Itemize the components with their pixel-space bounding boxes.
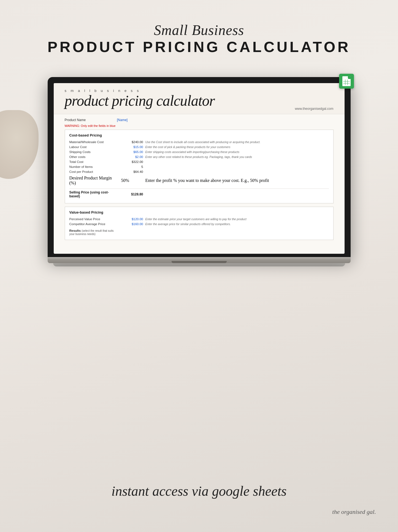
google-sheets-icon: [339, 74, 354, 89]
warning-text: WARNING: Only edit the fields in blue: [65, 124, 334, 127]
row-label: Number of Items: [69, 165, 119, 168]
sheets-icon-inner: [342, 76, 351, 86]
product-name-label: Product Name: [65, 118, 109, 122]
grid-cell: [348, 81, 350, 83]
laptop-bottom-bar: [53, 263, 345, 266]
row-hint: Enter the cost of pick & packing these p…: [145, 145, 329, 149]
row-value: $64.40: [121, 170, 143, 173]
selling-price-row: Selling Price (using cost-based) $128.80: [69, 189, 329, 200]
cost-section-title: Cost-based Pricing: [69, 133, 329, 137]
row-label: Material/Wholesale Cost: [69, 140, 119, 144]
product-name-row: Product Name [Name]: [65, 117, 334, 123]
sheets-grid: [343, 80, 350, 85]
value-section-title: Value-based Pricing: [69, 210, 329, 214]
grid-cell: [343, 83, 345, 85]
brand-watermark: the organised gal.: [332, 508, 376, 515]
row-value: $240.00: [121, 140, 143, 144]
desired-margin-label: Desired Product Margin (%): [69, 176, 119, 185]
grid-cell: [345, 80, 347, 81]
row-value: 5: [121, 165, 143, 168]
cost-section: Cost-based Pricing Material/Wholesale Co…: [65, 130, 334, 203]
grid-cell: [345, 83, 347, 85]
grid-cell: [345, 81, 347, 83]
grid-cell: [348, 83, 350, 85]
row-hint: Enter the estimate price your target cus…: [145, 217, 329, 221]
desired-margin-value[interactable]: 50%: [121, 178, 143, 183]
grid-cell: [343, 81, 345, 83]
row-hint: Enter the average price for similar prod…: [145, 222, 329, 226]
value-section: Value-based Pricing Perceived Value Pric…: [65, 207, 334, 240]
row-value[interactable]: $120.00: [121, 217, 143, 221]
product-name-value[interactable]: [Name]: [117, 118, 128, 122]
row-label: Total Cost: [69, 160, 119, 163]
screen-content: s m a l l b u s i n e s s product pricin…: [54, 83, 345, 254]
table-row: Number of Items 5: [69, 164, 329, 169]
grid-cell: [343, 80, 345, 81]
screen-bezel: s m a l l b u s i n e s s product pricin…: [48, 77, 351, 258]
page-header: Small Business PRODUCT PRICING CALCULATO…: [0, 22, 398, 55]
spreadsheet-header: s m a l l b u s i n e s s product pricin…: [54, 83, 345, 114]
small-biz-label: s m a l l b u s i n e s s: [65, 89, 334, 93]
row-label: Other costs: [69, 155, 119, 159]
row-label: Perceived Value Price: [69, 217, 119, 221]
row-value[interactable]: $2.00: [121, 155, 143, 159]
row-label: Cost per Product: [69, 170, 119, 173]
table-row: Shipping Costs $65.00 Enter shipping cos…: [69, 149, 329, 154]
tagline-text: instant access via google sheets: [0, 483, 398, 499]
table-row: Other costs $2.00 Enter any other cost r…: [69, 154, 329, 159]
row-value[interactable]: $160.00: [121, 222, 143, 226]
row-hint: Enter any other cost related to these pr…: [145, 155, 329, 159]
row-value[interactable]: $15.00: [121, 145, 143, 149]
table-row: Cost per Product $64.40: [69, 169, 329, 174]
row-hint: Use the Cost sheet to include all costs …: [145, 140, 329, 144]
table-row: Total Cost $322.00: [69, 159, 329, 164]
table-row: Material/Wholesale Cost $240.00 Use the …: [69, 140, 329, 144]
laptop-mockup: s m a l l b u s i n e s s product pricin…: [48, 77, 351, 266]
header-italic: Small Business: [0, 22, 398, 38]
desired-margin-hint: Enter the profit % you want to make abov…: [145, 178, 329, 183]
desired-margin-row: Desired Product Margin (%) 50% Enter the…: [69, 174, 329, 187]
row-value[interactable]: $65.00: [121, 150, 143, 154]
header-caps: PRODUCT PRICING CALCULATOR: [0, 38, 398, 55]
bottom-tagline: instant access via google sheets: [0, 483, 398, 499]
table-row: Labour Cost $15.00 Enter the cost of pic…: [69, 144, 329, 149]
row-hint: Enter shipping costs associated with imp…: [145, 150, 329, 154]
grid-cell: [348, 80, 350, 81]
laptop-outer: s m a l l b u s i n e s s product pricin…: [48, 77, 351, 266]
row-value: $322.00: [121, 160, 143, 163]
spreadsheet-body: Product Name [Name] WARNING: Only edit t…: [54, 114, 345, 249]
selling-price-value: $128.80: [121, 192, 143, 196]
selling-price-label: Selling Price (using cost-based): [69, 190, 119, 198]
row-label: Competitor Average Price: [69, 222, 119, 226]
row-label: Shipping Costs: [69, 150, 119, 154]
laptop-base: [48, 257, 351, 263]
table-row: Competitor Average Price $160.00 Enter t…: [69, 222, 329, 227]
row-label: Labour Cost: [69, 145, 119, 149]
table-row: Perceived Value Price $120.00 Enter the …: [69, 217, 329, 222]
results-row: Results (select the result that suits yo…: [69, 228, 329, 236]
results-label: Results (select the result that suits yo…: [69, 229, 119, 236]
